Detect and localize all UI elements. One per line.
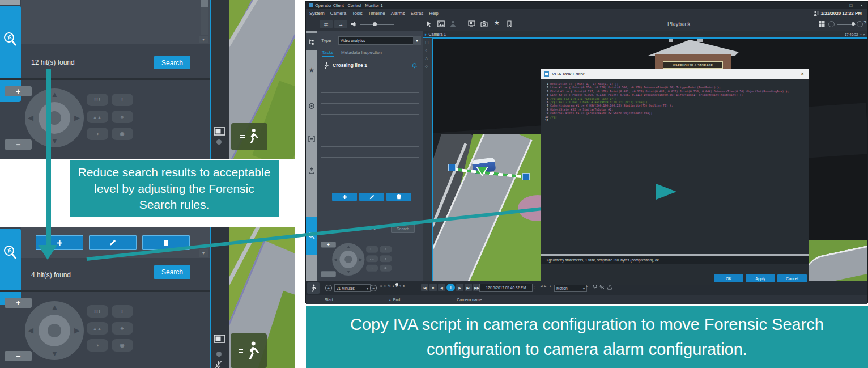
- map-tab[interactable]: [306, 103, 317, 109]
- iris-open-button[interactable]: [380, 265, 392, 272]
- stop-button[interactable]: ■: [429, 284, 437, 291]
- line-handle[interactable]: [448, 164, 456, 171]
- focus-far-button[interactable]: [87, 305, 108, 318]
- type-dropdown-arrow[interactable]: ▾: [413, 36, 421, 45]
- defog-button[interactable]: [112, 322, 133, 335]
- restore-button[interactable]: □: [849, 3, 852, 8]
- scrollbar-thumb[interactable]: [201, 0, 208, 7]
- ptz-left-icon[interactable]: ◀: [28, 114, 33, 121]
- column-end[interactable]: End: [393, 298, 400, 302]
- script-editor[interactable]: Resolution := { Min(-1, -1) Max(1, 1) };…: [543, 82, 806, 252]
- zoom-in-button[interactable]: +: [5, 86, 32, 96]
- line-handle[interactable]: [522, 173, 530, 180]
- person-detection-badge[interactable]: [231, 123, 267, 150]
- alarm-person-button[interactable]: [307, 282, 320, 294]
- zoom-out-button[interactable]: −: [5, 351, 32, 361]
- play-button[interactable]: ▶: [456, 284, 463, 291]
- ptz-up-icon[interactable]: ▲: [51, 91, 58, 98]
- ptz-down-icon[interactable]: ▼: [51, 137, 58, 145]
- menu-timeline[interactable]: Timeline: [368, 11, 385, 16]
- zoom-out-view-icon[interactable]: [828, 21, 835, 27]
- dialog-close-button[interactable]: ×: [801, 71, 809, 77]
- ok-button[interactable]: OK: [714, 274, 743, 282]
- ptz-right-icon[interactable]: ▶: [74, 114, 80, 121]
- tab-metadata-inspection[interactable]: Metadata Inspection: [341, 50, 382, 55]
- backlight-button[interactable]: [366, 255, 378, 262]
- monitor-layout-icon[interactable]: [214, 127, 225, 136]
- column-camera-name[interactable]: Camera name: [457, 298, 482, 302]
- add-task-button[interactable]: [332, 193, 357, 201]
- layout-slider-handle[interactable]: [852, 22, 855, 26]
- ptz-down-icon[interactable]: ▼: [347, 270, 351, 274]
- menu-tools[interactable]: Tools: [352, 11, 363, 16]
- dialog-title-bar[interactable]: VCA Task Editor ×: [541, 69, 809, 79]
- iris-open-button[interactable]: [112, 128, 133, 140]
- edit-rule-button[interactable]: [89, 235, 137, 250]
- iris-close-button[interactable]: [87, 128, 108, 140]
- iris-close-button[interactable]: [366, 265, 378, 272]
- ptz-center-dot[interactable]: [48, 324, 61, 337]
- image-pane-tab[interactable]: [306, 136, 317, 142]
- favorites-tab[interactable]: ★: [306, 66, 317, 74]
- menu-alarms[interactable]: Alarms: [391, 11, 405, 16]
- frame-icon[interactable]: ▢: [425, 40, 429, 45]
- defog-button[interactable]: [380, 255, 392, 262]
- edit-task-button[interactable]: [359, 193, 384, 201]
- focus-near-button[interactable]: [112, 305, 133, 318]
- collapse-button[interactable]: ▾: [199, 36, 208, 43]
- focus-near-button[interactable]: [380, 246, 392, 253]
- speaker-icon[interactable]: [351, 21, 358, 27]
- backlight-button[interactable]: [87, 111, 108, 123]
- ptz-up-icon[interactable]: ▲: [347, 244, 351, 248]
- focus-far-button[interactable]: [366, 246, 378, 253]
- image-icon[interactable]: [437, 20, 445, 27]
- mic-muted-icon[interactable]: [215, 361, 222, 368]
- ptz-joystick[interactable]: ▲ ▼ ◀ ▶: [332, 243, 364, 276]
- ptz-right-icon[interactable]: ▶: [74, 327, 80, 334]
- play-back-button[interactable]: ◀: [438, 284, 445, 291]
- help-icon[interactable]: ?: [863, 20, 866, 26]
- filter-dropdown[interactable]: Motion: [554, 284, 587, 292]
- move-icon[interactable]: △: [425, 56, 428, 61]
- ptz-left-icon[interactable]: ◀: [28, 327, 33, 334]
- defog-button[interactable]: [112, 111, 133, 123]
- refresh-icon[interactable]: ○: [425, 48, 427, 52]
- menu-extras[interactable]: Extras: [411, 11, 424, 16]
- close-button[interactable]: ×: [860, 3, 863, 8]
- select-tool-icon[interactable]: [426, 20, 433, 28]
- minimize-button[interactable]: –: [839, 3, 841, 8]
- cancel-button[interactable]: Cancel: [777, 274, 807, 282]
- favorite-star-icon[interactable]: ★: [494, 19, 500, 27]
- zoom-out-button[interactable]: −: [321, 271, 335, 277]
- delete-task-button[interactable]: [386, 193, 411, 201]
- next-event-button[interactable]: ▶I: [465, 284, 472, 291]
- focus-near-button[interactable]: [112, 94, 133, 106]
- zoom-in-view-icon[interactable]: [857, 21, 863, 27]
- rewind-button[interactable]: ⇄: [320, 20, 333, 28]
- logical-tree-tab[interactable]: [306, 33, 317, 50]
- ptz-joystick[interactable]: ▲ ▼ ◀ ▶: [25, 301, 84, 360]
- collapse-button[interactable]: ▾: [199, 249, 208, 257]
- play-forward-button[interactable]: →: [334, 20, 347, 28]
- ptz-up-icon[interactable]: ▲: [51, 303, 58, 311]
- shape-icon[interactable]: ◇: [425, 64, 428, 69]
- range-increase-button[interactable]: −: [370, 285, 377, 291]
- menu-camera[interactable]: Camera: [330, 11, 346, 16]
- ptz-left-icon[interactable]: ◀: [334, 257, 337, 261]
- ptz-right-icon[interactable]: ▶: [359, 257, 363, 261]
- pause-button[interactable]: ‖: [446, 284, 455, 291]
- focus-far-button[interactable]: [87, 94, 108, 106]
- speed-scale[interactable]: ⅛ ¼ ½ 1 2 4 8: [380, 284, 405, 287]
- layout-grid-icon[interactable]: [819, 21, 825, 27]
- zoom-in-button[interactable]: +: [5, 298, 32, 308]
- iris-open-button[interactable]: [112, 339, 133, 352]
- range-dropdown[interactable]: 21 Minutes: [334, 284, 371, 292]
- person-detection-badge[interactable]: [231, 333, 267, 368]
- monitor-layout-icon[interactable]: [214, 335, 225, 343]
- search-button[interactable]: Search: [154, 56, 190, 69]
- bell-icon[interactable]: [412, 62, 417, 69]
- zoom-in-button[interactable]: +: [321, 242, 335, 248]
- ptz-center-dot[interactable]: [344, 256, 352, 263]
- close-tile-icon[interactable]: ×: [863, 33, 867, 36]
- type-dropdown[interactable]: Video analytics: [338, 36, 418, 45]
